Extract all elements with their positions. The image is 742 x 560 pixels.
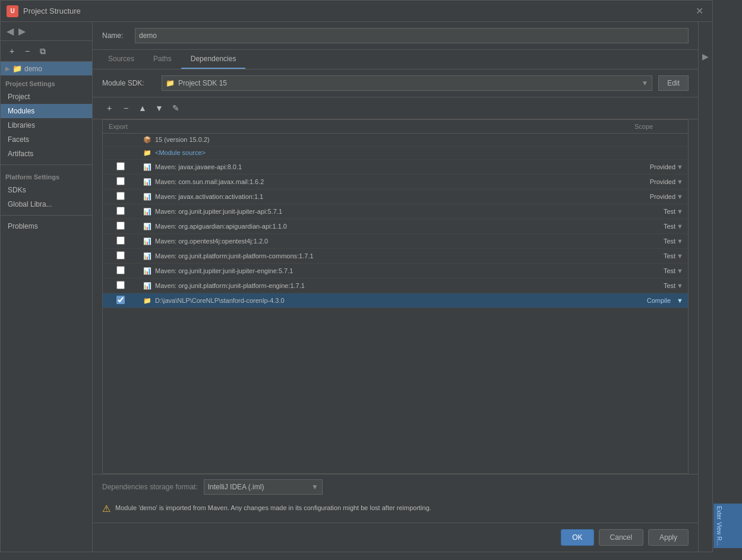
sdk-dropdown-arrow: ▼ bbox=[641, 79, 648, 87]
close-button[interactable]: ✕ bbox=[692, 4, 706, 18]
table-row[interactable]: 📦15 (version 15.0.2) bbox=[103, 134, 688, 147]
sidebar-item-artifacts[interactable]: Artifacts bbox=[1, 147, 92, 161]
dep-export-checkbox[interactable] bbox=[116, 281, 125, 289]
back-button[interactable]: ◀ bbox=[5, 24, 15, 38]
table-row[interactable]: 📊Maven: org.opentest4j:opentest4j:1.2.0T… bbox=[103, 234, 688, 249]
tab-paths[interactable]: Paths bbox=[144, 50, 181, 69]
sidebar-copy-button[interactable]: ⧉ bbox=[36, 45, 49, 58]
tab-dependencies[interactable]: Dependencies bbox=[181, 50, 246, 69]
sidebar-item-sdks[interactable]: SDKs bbox=[1, 183, 92, 197]
sidebar-add-button[interactable]: + bbox=[5, 45, 18, 58]
scope-label[interactable]: Test bbox=[664, 267, 675, 274]
cancel-button[interactable]: Cancel bbox=[599, 529, 643, 546]
scope-compile-badge[interactable]: Compile bbox=[642, 296, 675, 305]
name-label: Name: bbox=[102, 31, 129, 40]
tab-sources[interactable]: Sources bbox=[99, 50, 144, 69]
dep-move-down-button[interactable]: ▼ bbox=[152, 101, 166, 115]
tree-item-label: demo bbox=[24, 65, 42, 73]
dep-name: Maven: javax.javaee-api:8.0.1 bbox=[155, 163, 242, 170]
storage-label: Dependencies storage format: bbox=[102, 483, 198, 491]
forward-button[interactable]: ▶ bbox=[17, 24, 27, 38]
dep-name: Maven: org.junit.platform:junit-platform… bbox=[155, 252, 314, 260]
scope-label[interactable]: Test bbox=[664, 223, 675, 230]
warning-text: Module 'demo' is imported from Maven. An… bbox=[115, 503, 431, 513]
dep-export-checkbox[interactable] bbox=[116, 222, 125, 230]
sdk-icon: 📦 bbox=[143, 136, 151, 143]
name-input[interactable] bbox=[135, 28, 689, 43]
sdk-dropdown-icon: 📁 bbox=[166, 79, 175, 87]
table-row[interactable]: 📁<Module source> bbox=[103, 147, 688, 160]
dep-name: Maven: org.apiguardian:apiguardian-api:1… bbox=[155, 223, 287, 230]
col-name bbox=[138, 120, 629, 134]
dep-export-checkbox[interactable] bbox=[116, 177, 125, 185]
dep-name: Maven: com.sun.mail:javax.mail:1.6.2 bbox=[155, 178, 264, 185]
scope-label[interactable]: Test bbox=[664, 282, 675, 289]
table-row[interactable]: 📊Maven: com.sun.mail:javax.mail:1.6.2Pro… bbox=[103, 175, 688, 189]
dep-remove-button[interactable]: − bbox=[119, 101, 133, 115]
scope-label[interactable]: Test bbox=[664, 252, 675, 260]
sdk-dropdown[interactable]: 📁 Project SDK 15 ▼ bbox=[162, 75, 652, 91]
sidebar-item-facets[interactable]: Facets bbox=[1, 132, 92, 147]
dep-move-up-button[interactable]: ▲ bbox=[135, 101, 150, 115]
tree-item-demo[interactable]: ▶ 📁 demo bbox=[1, 62, 92, 75]
table-row[interactable]: 📁D:\java\NLP\CoreNLP\stanford-corenlp-4.… bbox=[103, 293, 688, 308]
scope-label[interactable]: Test bbox=[664, 238, 675, 245]
table-row[interactable]: 📊Maven: org.junit.platform:junit-platfor… bbox=[103, 279, 688, 293]
ok-button[interactable]: OK bbox=[561, 529, 593, 546]
dep-name: Maven: org.junit.jupiter:junit-jupiter-a… bbox=[155, 208, 282, 215]
dep-edit-button[interactable]: ✎ bbox=[169, 101, 183, 115]
dep-name: Maven: org.opentest4j:opentest4j:1.2.0 bbox=[155, 238, 268, 245]
sdk-label: Module SDK: bbox=[102, 79, 156, 87]
sdk-dropdown-text: Project SDK 15 bbox=[178, 79, 641, 87]
dep-export-checkbox[interactable] bbox=[116, 236, 125, 245]
dep-export-checkbox[interactable] bbox=[116, 266, 125, 274]
app-icon: U bbox=[7, 5, 18, 17]
table-row[interactable]: 📊Maven: org.junit.jupiter:junit-jupiter-… bbox=[103, 204, 688, 219]
dep-name: Maven: org.junit.platform:junit-platform… bbox=[155, 282, 305, 289]
maven-icon: 📊 bbox=[143, 282, 151, 289]
dialog-title: Project Structure bbox=[23, 7, 692, 15]
folder-icon: 📁 bbox=[143, 149, 151, 156]
dep-export-checkbox[interactable] bbox=[116, 296, 125, 304]
sidebar-item-modules[interactable]: Modules bbox=[1, 104, 92, 118]
dep-export-checkbox[interactable] bbox=[116, 192, 125, 200]
storage-dropdown-text: IntelliJ IDEA (.iml) bbox=[208, 483, 311, 491]
table-row[interactable]: 📊Maven: org.junit.platform:junit-platfor… bbox=[103, 249, 688, 264]
dep-export-checkbox[interactable] bbox=[116, 207, 125, 215]
dep-export-checkbox[interactable] bbox=[116, 251, 125, 260]
table-row[interactable]: 📊Maven: javax.javaee-api:8.0.1Provided ▼ bbox=[103, 160, 688, 175]
sidebar-item-libraries[interactable]: Libraries bbox=[1, 118, 92, 132]
table-row[interactable]: 📊Maven: javax.activation:activation:1.1P… bbox=[103, 189, 688, 204]
scope-label[interactable]: Provided bbox=[650, 178, 675, 185]
folder-icon: 📁 bbox=[143, 297, 151, 304]
maven-icon: 📊 bbox=[143, 193, 151, 200]
maven-icon: 📊 bbox=[143, 238, 151, 245]
dep-name: D:\java\NLP\CoreNLP\stanford-corenlp-4.3… bbox=[155, 297, 285, 304]
scope-label[interactable]: Test bbox=[664, 208, 675, 215]
maven-icon: 📊 bbox=[143, 252, 151, 260]
platform-settings-header: Platform Settings bbox=[1, 169, 92, 183]
sidebar-item-problems[interactable]: Problems bbox=[1, 219, 92, 233]
dep-add-button[interactable]: + bbox=[102, 101, 116, 115]
right-arrow-panel: ▶ bbox=[698, 22, 712, 552]
storage-dropdown[interactable]: IntelliJ IDEA (.iml) ▼ bbox=[204, 479, 323, 495]
view-r-panel[interactable]: View R... bbox=[713, 520, 742, 548]
right-panel-arrow[interactable]: ▶ bbox=[702, 52, 709, 61]
scope-label[interactable]: Provided bbox=[650, 163, 675, 170]
sidebar-item-global-libraries[interactable]: Global Libra... bbox=[1, 197, 92, 211]
scope-label[interactable]: Provided bbox=[650, 193, 675, 200]
dep-name: Maven: org.junit.jupiter:junit-jupiter-e… bbox=[155, 267, 293, 274]
sdk-edit-button[interactable]: Edit bbox=[658, 75, 689, 91]
folder-icon: 📁 bbox=[12, 64, 22, 73]
warning-icon: ⚠ bbox=[102, 503, 110, 514]
table-row[interactable]: 📊Maven: org.junit.jupiter:junit-jupiter-… bbox=[103, 264, 688, 279]
col-export: Export bbox=[103, 120, 138, 134]
apply-button[interactable]: Apply bbox=[648, 529, 689, 546]
dep-name: Maven: javax.activation:activation:1.1 bbox=[155, 193, 263, 200]
dep-export-checkbox[interactable] bbox=[116, 162, 125, 170]
sidebar-remove-button[interactable]: − bbox=[21, 45, 34, 58]
col-scope: Scope bbox=[629, 120, 688, 134]
sidebar-item-project[interactable]: Project bbox=[1, 90, 92, 104]
dep-name: <Module source> bbox=[155, 149, 206, 156]
table-row[interactable]: 📊Maven: org.apiguardian:apiguardian-api:… bbox=[103, 219, 688, 234]
